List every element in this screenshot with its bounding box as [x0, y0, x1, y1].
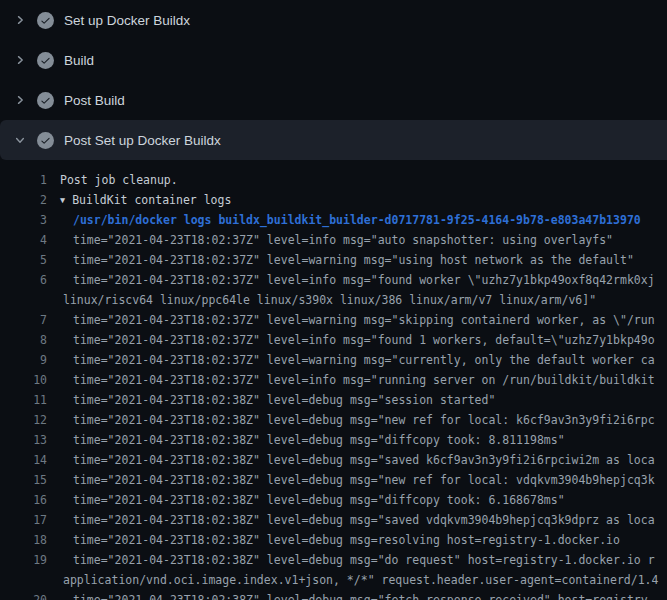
line-number[interactable]: 5 — [0, 250, 47, 270]
line-number[interactable]: 11 — [0, 390, 47, 410]
log-text: time="2021-04-23T18:02:38Z" level=debug … — [73, 590, 655, 600]
step-label: Build — [64, 53, 94, 68]
log-line: 1Post job cleanup. — [0, 170, 667, 190]
line-number[interactable]: 17 — [0, 510, 47, 530]
log-text: time="2021-04-23T18:02:38Z" level=debug … — [73, 470, 655, 490]
log-text: time="2021-04-23T18:02:38Z" level=debug … — [73, 390, 495, 410]
line-number[interactable]: 2 — [0, 190, 47, 210]
step-section-header[interactable]: Post Build — [0, 80, 667, 120]
step-label: Post Build — [64, 93, 125, 108]
log-message: Post job cleanup. — [60, 173, 178, 187]
log-text: time="2021-04-23T18:02:37Z" level=info m… — [73, 270, 655, 290]
step-section-header[interactable]: Post Set up Docker Buildx — [0, 120, 667, 160]
log-message: time="2021-04-23T18:02:38Z" level=debug … — [73, 593, 655, 600]
check-circle-icon — [37, 132, 54, 149]
line-number[interactable]: 1 — [0, 170, 47, 190]
steps-list: Set up Docker BuildxBuildPost BuildPost … — [0, 0, 667, 160]
group-toggle-icon[interactable]: ▼ — [60, 195, 65, 205]
log-line: 3/usr/bin/docker logs buildx_buildkit_bu… — [0, 210, 667, 230]
log-text: time="2021-04-23T18:02:38Z" level=debug … — [73, 550, 655, 570]
log-text: time="2021-04-23T18:02:38Z" level=debug … — [73, 450, 655, 470]
log-text: time="2021-04-23T18:02:37Z" level=warnin… — [73, 310, 655, 330]
chevron-right-icon — [12, 12, 28, 28]
log-message: time="2021-04-23T18:02:38Z" level=debug … — [73, 473, 655, 487]
log-message: time="2021-04-23T18:02:38Z" level=debug … — [73, 513, 655, 527]
log-message: time="2021-04-23T18:02:38Z" level=debug … — [73, 453, 655, 467]
log-text: time="2021-04-23T18:02:38Z" level=debug … — [73, 430, 565, 450]
log-line: linux/riscv64 linux/ppc64le linux/s390x … — [0, 290, 667, 310]
log-message: time="2021-04-23T18:02:38Z" level=debug … — [73, 553, 655, 567]
line-number[interactable]: 19 — [0, 550, 47, 570]
line-number[interactable]: 15 — [0, 470, 47, 490]
log-text: linux/riscv64 linux/ppc64le linux/s390x … — [63, 290, 596, 310]
log-line: 19time="2021-04-23T18:02:38Z" level=debu… — [0, 550, 667, 570]
log-message: time="2021-04-23T18:02:38Z" level=debug … — [73, 393, 495, 407]
log-line: 15time="2021-04-23T18:02:38Z" level=debu… — [0, 470, 667, 490]
log-text: time="2021-04-23T18:02:37Z" level=info m… — [73, 370, 655, 390]
log-text: time="2021-04-23T18:02:37Z" level=info m… — [73, 330, 655, 350]
log-text: Post job cleanup. — [60, 170, 178, 190]
log-message: time="2021-04-23T18:02:37Z" level=warnin… — [73, 353, 655, 367]
line-number[interactable]: 10 — [0, 370, 47, 390]
log-line: 6time="2021-04-23T18:02:37Z" level=info … — [0, 270, 667, 290]
step-label: Set up Docker Buildx — [64, 13, 190, 28]
log-line: 10time="2021-04-23T18:02:37Z" level=info… — [0, 370, 667, 390]
chevron-right-icon — [12, 52, 28, 68]
check-circle-icon — [37, 52, 54, 69]
log-message: time="2021-04-23T18:02:37Z" level=warnin… — [73, 253, 634, 267]
line-number[interactable]: 16 — [0, 490, 47, 510]
log-line: 16time="2021-04-23T18:02:38Z" level=debu… — [0, 490, 667, 510]
log-message: time="2021-04-23T18:02:38Z" level=debug … — [73, 493, 565, 507]
log-line: 13time="2021-04-23T18:02:38Z" level=debu… — [0, 430, 667, 450]
log-message: time="2021-04-23T18:02:37Z" level=info m… — [73, 233, 613, 247]
log-message: linux/riscv64 linux/ppc64le linux/s390x … — [63, 293, 596, 307]
line-number[interactable]: 8 — [0, 330, 47, 350]
log-message: application/vnd.oci.image.index.v1+json,… — [63, 573, 658, 587]
line-number[interactable]: 20 — [0, 590, 47, 600]
chevron-right-icon — [12, 92, 28, 108]
line-number[interactable]: 14 — [0, 450, 47, 470]
log-text: time="2021-04-23T18:02:38Z" level=debug … — [73, 410, 655, 430]
log-message: time="2021-04-23T18:02:37Z" level=warnin… — [73, 313, 655, 327]
log-line: 14time="2021-04-23T18:02:38Z" level=debu… — [0, 450, 667, 470]
log-text: time="2021-04-23T18:02:37Z" level=info m… — [73, 230, 613, 250]
log-text: time="2021-04-23T18:02:37Z" level=warnin… — [73, 250, 634, 270]
log-text: ▼BuildKit container logs — [60, 190, 231, 210]
log-text: time="2021-04-23T18:02:38Z" level=debug … — [73, 490, 565, 510]
check-circle-icon — [37, 92, 54, 109]
line-number[interactable]: 18 — [0, 530, 47, 550]
log-message: BuildKit container logs — [72, 193, 231, 207]
line-number[interactable]: 12 — [0, 410, 47, 430]
log-text: time="2021-04-23T18:02:37Z" level=warnin… — [73, 350, 655, 370]
log-message: time="2021-04-23T18:02:37Z" level=info m… — [73, 333, 655, 347]
step-section-header[interactable]: Build — [0, 40, 667, 80]
log-message: /usr/bin/docker logs buildx_buildkit_bui… — [73, 213, 641, 227]
log-text: application/vnd.oci.image.index.v1+json,… — [63, 570, 658, 590]
line-number — [0, 290, 47, 310]
log-line: application/vnd.oci.image.index.v1+json,… — [0, 570, 667, 590]
line-number[interactable]: 6 — [0, 270, 47, 290]
log-line: 11time="2021-04-23T18:02:38Z" level=debu… — [0, 390, 667, 410]
line-number[interactable]: 9 — [0, 350, 47, 370]
line-number — [0, 570, 47, 590]
line-number[interactable]: 7 — [0, 310, 47, 330]
check-circle-icon — [37, 12, 54, 29]
log-line: 5time="2021-04-23T18:02:37Z" level=warni… — [0, 250, 667, 270]
log-line: 9time="2021-04-23T18:02:37Z" level=warni… — [0, 350, 667, 370]
log-text: time="2021-04-23T18:02:38Z" level=debug … — [73, 510, 655, 530]
log-message: time="2021-04-23T18:02:37Z" level=info m… — [73, 373, 655, 387]
log-text: /usr/bin/docker logs buildx_buildkit_bui… — [73, 210, 641, 230]
log-line: 20time="2021-04-23T18:02:38Z" level=debu… — [0, 590, 667, 600]
line-number[interactable]: 3 — [0, 210, 47, 230]
line-number[interactable]: 4 — [0, 230, 47, 250]
log-panel: 1Post job cleanup.2▼BuildKit container l… — [0, 160, 667, 600]
log-text: time="2021-04-23T18:02:38Z" level=debug … — [73, 530, 620, 550]
chevron-down-icon — [12, 132, 28, 148]
log-message: time="2021-04-23T18:02:37Z" level=info m… — [73, 273, 655, 287]
log-line: 2▼BuildKit container logs — [0, 190, 667, 210]
line-number[interactable]: 13 — [0, 430, 47, 450]
log-line: 18time="2021-04-23T18:02:38Z" level=debu… — [0, 530, 667, 550]
step-section-header[interactable]: Set up Docker Buildx — [0, 0, 667, 40]
log-line: 17time="2021-04-23T18:02:38Z" level=debu… — [0, 510, 667, 530]
log-message: time="2021-04-23T18:02:38Z" level=debug … — [73, 533, 620, 547]
